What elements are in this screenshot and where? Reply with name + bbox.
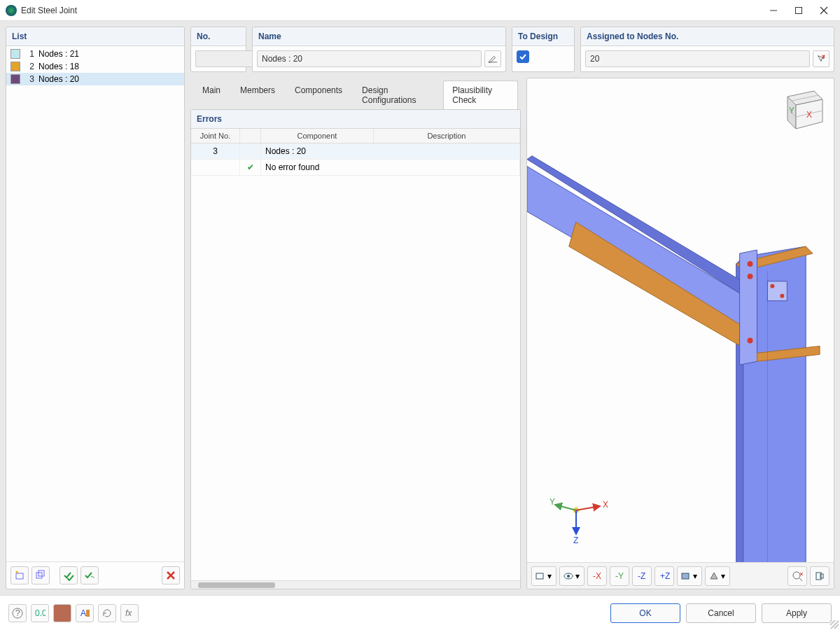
col-status-icon <box>240 129 261 143</box>
view-neg-x-button[interactable]: -X <box>587 566 607 586</box>
navigation-cube[interactable]: X Y <box>774 84 828 134</box>
refresh-button[interactable] <box>98 604 116 622</box>
pick-nodes-button[interactable] <box>813 50 830 67</box>
tab-components[interactable]: Components <box>286 80 351 109</box>
svg-rect-6 <box>38 570 44 576</box>
svg-point-24 <box>748 337 753 343</box>
cancel-button[interactable]: Cancel <box>686 603 756 623</box>
svg-rect-1 <box>796 7 802 13</box>
tab-plausibility-check[interactable]: Plausibility Check <box>443 80 518 109</box>
svg-text:X: X <box>806 110 812 120</box>
svg-line-36 <box>576 506 600 510</box>
units-button[interactable]: 0.00 <box>31 604 49 622</box>
assigned-nodes-panel: Assigned to Nodes No. <box>580 27 834 72</box>
check-all-button[interactable] <box>59 566 78 584</box>
svg-point-44 <box>567 575 570 578</box>
table-row[interactable]: ✔ No error found <box>191 160 520 176</box>
svg-text:fx: fx <box>125 608 132 618</box>
zoom-reset-button[interactable] <box>788 566 807 586</box>
ok-button[interactable]: OK <box>610 603 680 623</box>
tab-members[interactable]: Members <box>231 80 284 109</box>
view-pos-z-button[interactable]: +Z <box>654 566 674 586</box>
errors-grid-header: Joint No. Component Description <box>191 129 520 144</box>
svg-line-52 <box>799 578 802 581</box>
uncheck-all-button[interactable] <box>80 566 99 584</box>
svg-text:X: X <box>603 500 608 510</box>
svg-text:Z: Z <box>573 536 578 545</box>
color-swatch <box>10 49 20 59</box>
svg-marker-50 <box>710 573 718 579</box>
app-icon <box>6 5 17 16</box>
section-view-button[interactable]: ▾ <box>677 566 702 586</box>
view-neg-y-button[interactable]: -Y <box>610 566 629 586</box>
list-item[interactable]: 2 Nodes : 18 <box>6 60 184 73</box>
visibility-button[interactable]: ▾ <box>559 566 584 586</box>
name-label: Name <box>253 27 505 46</box>
col-component: Component <box>261 129 374 143</box>
axis-triad: X Y Z <box>548 491 611 547</box>
cell-status-message: No error found <box>261 160 520 175</box>
cell-joint-no: 3 <box>191 144 240 159</box>
minimize-button[interactable] <box>767 4 780 17</box>
svg-rect-42 <box>536 573 543 579</box>
assigned-nodes-input[interactable] <box>585 50 810 67</box>
name-input[interactable] <box>257 50 482 67</box>
detach-view-button[interactable] <box>810 566 830 586</box>
list-item-label: Nodes : 20 <box>38 74 79 84</box>
svg-rect-61 <box>86 610 90 617</box>
list-header: List <box>6 27 184 46</box>
list-item[interactable]: 1 Nodes : 21 <box>6 48 184 60</box>
list-body: 1 Nodes : 21 2 Nodes : 18 3 Nodes : 20 <box>6 46 184 561</box>
tab-strip: Main Members Components Design Configura… <box>190 78 521 109</box>
svg-text:Y: Y <box>550 497 555 507</box>
svg-rect-49 <box>682 573 689 579</box>
close-button[interactable] <box>818 4 830 17</box>
svg-text:-X: -X <box>593 571 601 581</box>
render-mode-button[interactable]: ▾ <box>705 566 730 586</box>
horizontal-scrollbar[interactable] <box>191 580 520 589</box>
list-item-number: 1 <box>24 49 34 59</box>
font-button[interactable]: A <box>76 604 94 622</box>
svg-rect-9 <box>489 62 497 62</box>
list-panel: List 1 Nodes : 21 2 Nodes : 18 3 Nodes :… <box>6 27 185 589</box>
svg-rect-4 <box>16 573 23 579</box>
name-field-panel: Name <box>252 27 506 72</box>
color-button[interactable] <box>53 604 71 622</box>
function-button[interactable]: fx <box>120 604 139 622</box>
to-design-checkbox[interactable] <box>517 50 529 63</box>
svg-point-51 <box>793 572 800 579</box>
svg-text:-Z: -Z <box>638 571 645 581</box>
table-row[interactable]: 3 Nodes : 20 <box>191 144 520 160</box>
resize-grip-icon[interactable] <box>830 620 839 629</box>
svg-text:?: ? <box>15 608 20 618</box>
view-mode-button[interactable]: ▾ <box>531 566 556 586</box>
check-icon: ✔ <box>240 160 261 175</box>
svg-text:Y: Y <box>789 106 794 115</box>
copy-item-button[interactable] <box>31 566 50 584</box>
list-item-label: Nodes : 21 <box>38 49 79 59</box>
list-item-label: Nodes : 18 <box>38 62 79 71</box>
edit-name-button[interactable] <box>484 50 501 67</box>
svg-rect-5 <box>36 573 42 578</box>
svg-marker-18 <box>740 250 757 365</box>
maximize-button[interactable] <box>792 4 805 17</box>
viewport-3d[interactable]: X Y X Y Z <box>526 78 834 589</box>
cell-node-label: Nodes : 20 <box>261 144 520 159</box>
to-design-label: To Design <box>512 27 574 46</box>
new-item-button[interactable] <box>10 566 29 584</box>
tab-design-configurations[interactable]: Design Configurations <box>353 80 442 109</box>
svg-point-20 <box>748 261 753 267</box>
to-design-panel: To Design <box>512 27 575 72</box>
color-swatch <box>10 74 20 84</box>
view-neg-z-button[interactable]: -Z <box>632 566 652 586</box>
svg-text:-Y: -Y <box>615 571 624 581</box>
apply-button[interactable]: Apply <box>762 603 832 623</box>
list-item[interactable]: 3 Nodes : 20 <box>6 73 184 85</box>
help-button[interactable]: ? <box>8 604 27 622</box>
delete-item-button[interactable] <box>162 566 180 584</box>
col-description: Description <box>374 129 520 143</box>
svg-line-37 <box>555 505 576 510</box>
viewport-toolbar: ▾ ▾ -X -Y -Z +Z ▾ ▾ <box>527 562 834 589</box>
tab-main[interactable]: Main <box>193 80 230 109</box>
svg-text:0.00: 0.00 <box>35 608 46 618</box>
